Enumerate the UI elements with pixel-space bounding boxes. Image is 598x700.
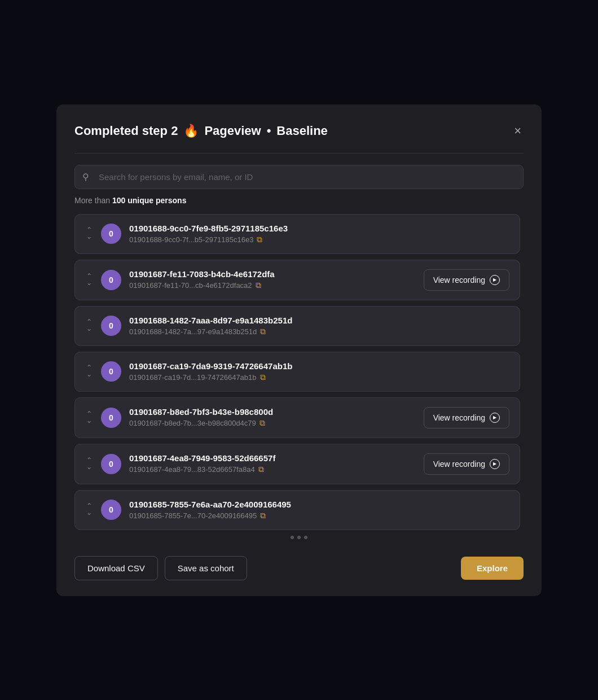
copy-id-button[interactable]: ⧉ xyxy=(257,235,262,244)
copy-id-button[interactable]: ⧉ xyxy=(260,511,266,520)
person-info: 01901687-b8ed-7bf3-b43e-b98c800d 0190168… xyxy=(129,407,416,428)
modal-header: Completed step 2 🔥 Pageview • Baseline × xyxy=(74,123,524,139)
view-recording-button[interactable]: View recording ▶ xyxy=(424,269,509,291)
expand-button-4[interactable]: ⌃ ⌄ xyxy=(85,410,93,425)
persons-list: ⌃ ⌄ 0 01901688-9cc0-7fe9-8fb5-2971185c16… xyxy=(74,214,524,530)
person-info: 01901685-7855-7e6a-aa70-2e4009166495 019… xyxy=(129,500,509,520)
copy-id-button[interactable]: ⧉ xyxy=(256,281,261,290)
person-card: ⌃ ⌄ 0 01901687-ca19-7da9-9319-74726647ab… xyxy=(74,352,520,392)
person-info: 01901688-1482-7aaa-8d97-e9a1483b251d 019… xyxy=(129,316,509,336)
fire-icon: 🔥 xyxy=(183,124,199,138)
person-info: 01901688-9cc0-7fe9-8fb5-2971185c16e3 019… xyxy=(129,224,509,244)
person-sub-id-row: 01901687-4ea8-79...83-52d6657fa8a4 ⧉ xyxy=(129,465,416,474)
expand-button-3[interactable]: ⌃ ⌄ xyxy=(85,364,93,378)
copy-id-button[interactable]: ⧉ xyxy=(260,373,266,382)
person-sub-id-row: 01901688-9cc0-7f...b5-2971185c16e3 ⧉ xyxy=(129,235,509,244)
chevron-down-icon: ⌄ xyxy=(86,234,92,240)
save-cohort-button[interactable]: Save as cohort xyxy=(165,556,247,580)
count-prefix: More than xyxy=(74,196,110,205)
search-input[interactable] xyxy=(74,165,524,189)
download-csv-button[interactable]: Download CSV xyxy=(74,556,158,580)
chevron-down-icon: ⌄ xyxy=(86,510,92,516)
person-sub-id-text: 01901688-1482-7a...97-e9a1483b251d xyxy=(129,327,257,336)
play-icon: ▶ xyxy=(490,459,500,469)
person-main-id: 01901687-fe11-7083-b4cb-4e6172dfa xyxy=(129,269,416,279)
loading-indicator xyxy=(74,530,524,545)
person-sub-id-text: 01901688-9cc0-7f...b5-2971185c16e3 xyxy=(129,235,253,244)
copy-id-button[interactable]: ⧉ xyxy=(260,418,265,428)
person-sub-id-row: 01901687-b8ed-7b...3e-b98c800d4c79 ⧉ xyxy=(129,418,416,428)
expand-button-6[interactable]: ⌃ ⌄ xyxy=(85,502,93,517)
footer-left: Download CSV Save as cohort xyxy=(74,556,247,580)
expand-button-0[interactable]: ⌃ ⌄ xyxy=(85,226,93,240)
person-info: 01901687-ca19-7da9-9319-74726647ab1b 019… xyxy=(129,361,509,382)
footer: Download CSV Save as cohort Explore xyxy=(74,556,524,580)
play-icon: ▶ xyxy=(490,275,500,285)
expand-button-5[interactable]: ⌃ ⌄ xyxy=(85,457,93,471)
dot-2 xyxy=(297,536,301,539)
person-card: ⌃ ⌄ 0 01901688-1482-7aaa-8d97-e9a1483b25… xyxy=(74,306,520,346)
chevron-down-icon: ⌄ xyxy=(86,326,92,332)
persons-count: More than 100 unique persons xyxy=(74,196,524,205)
avatar: 0 xyxy=(101,500,121,520)
view-recording-button[interactable]: View recording ▶ xyxy=(424,453,509,475)
search-container: ⚲ xyxy=(74,165,524,189)
title-bullet-1: • xyxy=(267,124,271,138)
avatar: 0 xyxy=(101,316,121,336)
chevron-down-icon: ⌄ xyxy=(86,465,92,470)
header-divider xyxy=(74,153,524,154)
expand-button-2[interactable]: ⌃ ⌄ xyxy=(85,318,93,333)
person-main-id: 01901688-9cc0-7fe9-8fb5-2971185c16e3 xyxy=(129,224,509,233)
chevron-down-icon: ⌄ xyxy=(86,418,92,424)
person-sub-id-text: 01901687-4ea8-79...83-52d6657fa8a4 xyxy=(129,465,255,474)
person-sub-id-row: 01901687-fe11-70...cb-4e6172dfaca2 ⧉ xyxy=(129,281,416,290)
person-main-id: 01901687-4ea8-7949-9583-52d66657f xyxy=(129,453,416,463)
person-card: ⌃ ⌄ 0 01901687-b8ed-7bf3-b43e-b98c800d 0… xyxy=(74,397,520,438)
person-sub-id-text: 01901687-ca19-7d...19-74726647ab1b xyxy=(129,373,257,382)
avatar: 0 xyxy=(101,361,121,382)
title-suffix: Baseline xyxy=(276,124,328,138)
chevron-down-icon: ⌄ xyxy=(86,281,92,286)
view-recording-button[interactable]: View recording ▶ xyxy=(424,407,509,428)
person-card: ⌃ ⌄ 0 01901687-4ea8-7949-9583-52d66657f … xyxy=(74,444,520,484)
person-card: ⌃ ⌄ 0 01901685-7855-7e6a-aa70-2e40091664… xyxy=(74,490,520,530)
person-sub-id-row: 01901685-7855-7e...70-2e4009166495 ⧉ xyxy=(129,511,509,520)
close-button[interactable]: × xyxy=(512,123,524,139)
avatar: 0 xyxy=(101,224,121,244)
person-main-id: 01901687-ca19-7da9-9319-74726647ab1b xyxy=(129,361,509,371)
person-info: 01901687-4ea8-7949-9583-52d66657f 019016… xyxy=(129,453,416,474)
search-icon: ⚲ xyxy=(82,172,89,182)
person-sub-id-text: 01901685-7855-7e...70-2e4009166495 xyxy=(129,511,257,520)
modal-title: Completed step 2 🔥 Pageview • Baseline xyxy=(74,124,328,138)
modal-overlay: Completed step 2 🔥 Pageview • Baseline ×… xyxy=(0,0,598,700)
chevron-down-icon: ⌄ xyxy=(86,372,92,378)
avatar: 0 xyxy=(101,270,121,290)
modal: Completed step 2 🔥 Pageview • Baseline ×… xyxy=(56,104,542,596)
person-main-id: 01901688-1482-7aaa-8d97-e9a1483b251d xyxy=(129,316,509,325)
avatar: 0 xyxy=(101,454,121,474)
person-sub-id-text: 01901687-fe11-70...cb-4e6172dfaca2 xyxy=(129,281,252,290)
person-card: ⌃ ⌄ 0 01901687-fe11-7083-b4cb-4e6172dfa … xyxy=(74,260,520,300)
explore-button[interactable]: Explore xyxy=(461,557,524,580)
person-sub-id-row: 01901687-ca19-7d...19-74726647ab1b ⧉ xyxy=(129,373,509,382)
person-main-id: 01901685-7855-7e6a-aa70-2e4009166495 xyxy=(129,500,509,509)
dot-1 xyxy=(291,536,294,539)
person-sub-id-row: 01901688-1482-7a...97-e9a1483b251d ⧉ xyxy=(129,327,509,336)
title-middle: Pageview xyxy=(204,124,261,138)
person-sub-id-text: 01901687-b8ed-7b...3e-b98c800d4c79 xyxy=(129,419,256,427)
person-info: 01901687-fe11-7083-b4cb-4e6172dfa 019016… xyxy=(129,269,416,290)
person-main-id: 01901687-b8ed-7bf3-b43e-b98c800d xyxy=(129,407,416,417)
avatar: 0 xyxy=(101,408,121,428)
title-prefix: Completed step 2 xyxy=(74,124,178,138)
count-value: 100 unique persons xyxy=(112,196,186,205)
person-card: ⌃ ⌄ 0 01901688-9cc0-7fe9-8fb5-2971185c16… xyxy=(74,214,520,254)
dot-3 xyxy=(304,536,307,539)
copy-id-button[interactable]: ⧉ xyxy=(260,327,266,336)
expand-button-1[interactable]: ⌃ ⌄ xyxy=(85,273,93,287)
copy-id-button[interactable]: ⧉ xyxy=(258,465,264,474)
play-icon: ▶ xyxy=(490,413,500,423)
